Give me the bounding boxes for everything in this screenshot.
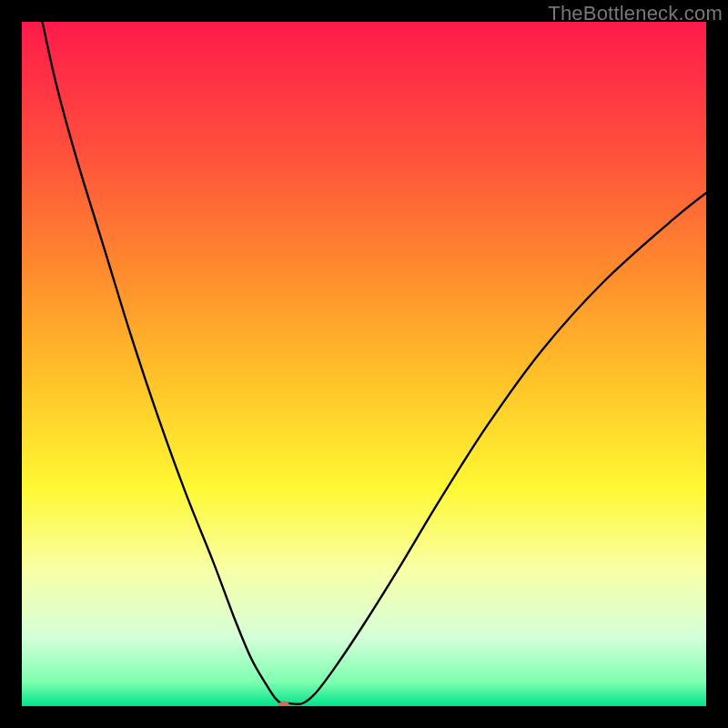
gradient-background: [22, 22, 706, 706]
bottleneck-chart-svg: [22, 22, 706, 706]
chart-frame: [22, 22, 706, 706]
watermark-text: TheBottleneck.com: [548, 2, 723, 25]
